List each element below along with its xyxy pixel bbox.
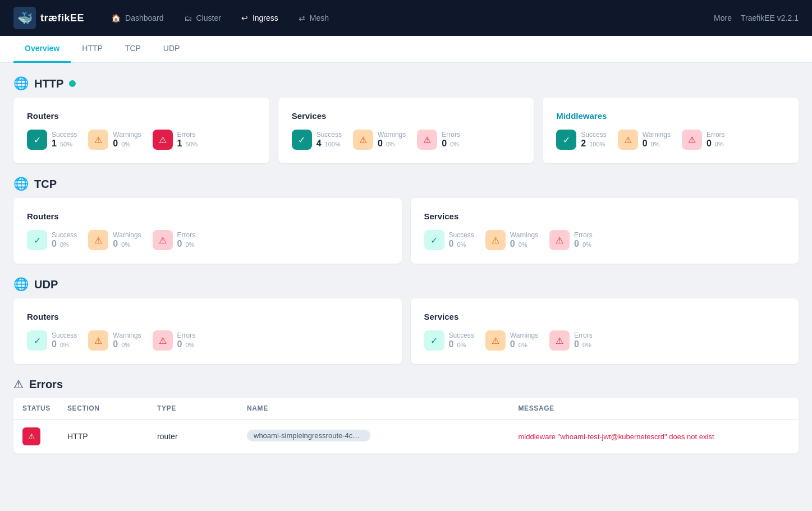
http-services-title: Services	[292, 111, 521, 121]
error-icon: ⚠	[682, 130, 702, 150]
udp-routers-errors: ⚠ Errors 0 0%	[153, 330, 196, 351]
http-cards: Routers ✓ Success 1 50% ⚠	[13, 98, 799, 163]
tcp-routers-stats: ✓ Success 0 0% ⚠ Warnings	[27, 230, 388, 250]
warning-icon: ⚠	[485, 330, 506, 351]
http-services-stats: ✓ Success 4 100% ⚠ Warnings	[292, 130, 521, 150]
logo[interactable]: 🐳 træfikEE	[13, 7, 84, 29]
error-icon: ⚠	[153, 230, 173, 250]
version-label: TraefikEE v2.2.1	[741, 13, 799, 22]
http-routers-errors-pct: 50%	[186, 141, 198, 148]
name-pill[interactable]: whoami-simpleingressroute-4c2a...	[247, 430, 370, 441]
errors-label: Errors	[177, 131, 198, 139]
http-globe-icon: 🌐	[13, 76, 29, 91]
nav-cluster[interactable]: 🗂 Cluster	[175, 9, 230, 27]
tcp-section: 🌐 TCP Routers ✓ Success 0 0%	[13, 177, 799, 264]
success-icon: ✓	[292, 130, 312, 150]
nav-mesh[interactable]: ⇄ Mesh	[290, 9, 338, 27]
main-content: 🌐 HTTP Routers ✓ Success 1 50%	[0, 63, 812, 467]
error-icon: ⚠	[549, 330, 570, 351]
cluster-icon: 🗂	[184, 13, 192, 22]
http-services-warnings: ⚠ Warnings 0 0%	[353, 130, 406, 150]
http-services-success: ✓ Success 4 100%	[292, 130, 342, 150]
tcp-services-title: Services	[424, 211, 786, 221]
tab-udp[interactable]: UDP	[152, 36, 191, 63]
errors-table: Status Section Type Name Message ⚠ HTTP …	[13, 398, 799, 454]
udp-services-success: ✓ Success 0 0%	[424, 330, 474, 351]
http-middlewares-warnings: ⚠ Warnings 0 0%	[618, 130, 671, 150]
tcp-services-stats: ✓ Success 0 0% ⚠ Warnings	[424, 230, 786, 250]
success-icon: ✓	[424, 330, 444, 351]
nav-dashboard[interactable]: 🏠 Dashboard	[102, 9, 173, 27]
more-button[interactable]: More	[714, 13, 732, 22]
errors-section: ⚠ Errors Status Section Type Name Messag…	[13, 378, 799, 454]
udp-section-header: 🌐 UDP	[13, 277, 799, 292]
http-routers-warnings: ⚠ Warnings 0 0%	[88, 130, 141, 150]
udp-title: UDP	[34, 278, 58, 291]
http-title: HTTP	[34, 77, 63, 90]
udp-routers-stats: ✓ Success 0 0% ⚠ Warnings	[27, 330, 388, 351]
http-middlewares-title: Middlewares	[556, 111, 785, 121]
success-label: Success	[52, 131, 77, 139]
home-icon: 🏠	[111, 13, 121, 22]
tab-tcp[interactable]: TCP	[114, 36, 152, 63]
success-icon: ✓	[27, 330, 47, 351]
udp-services-stats: ✓ Success 0 0% ⚠ Warnings	[424, 330, 786, 351]
tcp-routers-warnings: ⚠ Warnings 0 0%	[88, 230, 141, 250]
warning-icon: ⚠	[88, 130, 108, 150]
warning-icon: ⚠	[88, 330, 108, 351]
error-icon: ⚠	[549, 230, 570, 250]
tcp-title: TCP	[34, 178, 57, 191]
error-icon: ⚠	[417, 130, 437, 150]
http-services-errors: ⚠ Errors 0 0%	[417, 130, 460, 150]
udp-routers-success: ✓ Success 0 0%	[27, 330, 77, 351]
errors-title: Errors	[29, 378, 63, 391]
error-icon: ⚠	[153, 330, 173, 351]
udp-section: 🌐 UDP Routers ✓ Success 0 0%	[13, 277, 799, 364]
tcp-routers-success: ✓ Success 0 0%	[27, 230, 77, 250]
warning-icon: ⚠	[618, 130, 638, 150]
http-middlewares-errors: ⚠ Errors 0 0%	[682, 130, 725, 150]
col-section: Section	[67, 404, 157, 412]
nav-right: More TraefikEE v2.2.1	[714, 13, 799, 22]
warning-icon: ⚠	[88, 230, 108, 250]
error-triangle-icon: ⚠	[13, 378, 24, 391]
udp-routers-warnings: ⚠ Warnings 0 0%	[88, 330, 141, 351]
logo-text: træfikEE	[40, 12, 84, 24]
table-header: Status Section Type Name Message	[13, 398, 799, 420]
error-icon: ⚠	[153, 130, 173, 150]
warnings-label: Warnings	[113, 131, 141, 139]
nav-items: 🏠 Dashboard 🗂 Cluster ↩ Ingress ⇄ Mesh	[102, 9, 709, 27]
http-routers-errors: ⚠ Errors 1 50%	[153, 130, 198, 150]
success-icon: ✓	[424, 230, 444, 250]
udp-globe-icon: 🌐	[13, 277, 29, 292]
warning-icon: ⚠	[485, 230, 506, 250]
tcp-services-errors: ⚠ Errors 0 0%	[549, 230, 593, 250]
tcp-routers-title: Routers	[27, 211, 388, 221]
row-message: middleware "whoami-test-jwt@kubernetescr…	[519, 432, 790, 441]
top-navigation: 🐳 træfikEE 🏠 Dashboard 🗂 Cluster ↩ Ingre…	[0, 0, 812, 36]
udp-services-warnings: ⚠ Warnings 0 0%	[485, 330, 538, 351]
row-name: whoami-simpleingressroute-4c2a...	[247, 430, 519, 443]
http-routers-card: Routers ✓ Success 1 50% ⚠	[13, 98, 269, 163]
http-middlewares-card: Middlewares ✓ Success 2 100% ⚠	[543, 98, 799, 163]
tcp-cards: Routers ✓ Success 0 0% ⚠	[13, 198, 799, 264]
col-name: Name	[247, 404, 519, 412]
row-status: ⚠	[22, 427, 67, 445]
success-icon: ✓	[27, 230, 47, 250]
tcp-routers-errors: ⚠ Errors 0 0%	[153, 230, 196, 250]
sub-navigation: Overview HTTP TCP UDP	[0, 36, 812, 63]
http-middlewares-success: ✓ Success 2 100%	[556, 130, 606, 150]
logo-icon: 🐳	[13, 7, 36, 29]
http-routers-warnings-pct: 0%	[121, 141, 130, 148]
udp-cards: Routers ✓ Success 0 0% ⚠	[13, 298, 799, 364]
warning-icon: ⚠	[353, 130, 373, 150]
errors-section-header: ⚠ Errors	[13, 378, 799, 391]
nav-ingress[interactable]: ↩ Ingress	[232, 9, 287, 27]
success-icon: ✓	[27, 130, 47, 150]
tab-overview[interactable]: Overview	[13, 36, 71, 63]
http-middlewares-stats: ✓ Success 2 100% ⚠ Warnings	[556, 130, 785, 150]
tcp-section-header: 🌐 TCP	[13, 177, 799, 191]
tab-http[interactable]: HTTP	[71, 36, 114, 63]
http-routers-warnings-val: 0	[113, 139, 118, 149]
tcp-services-warnings: ⚠ Warnings 0 0%	[485, 230, 538, 250]
